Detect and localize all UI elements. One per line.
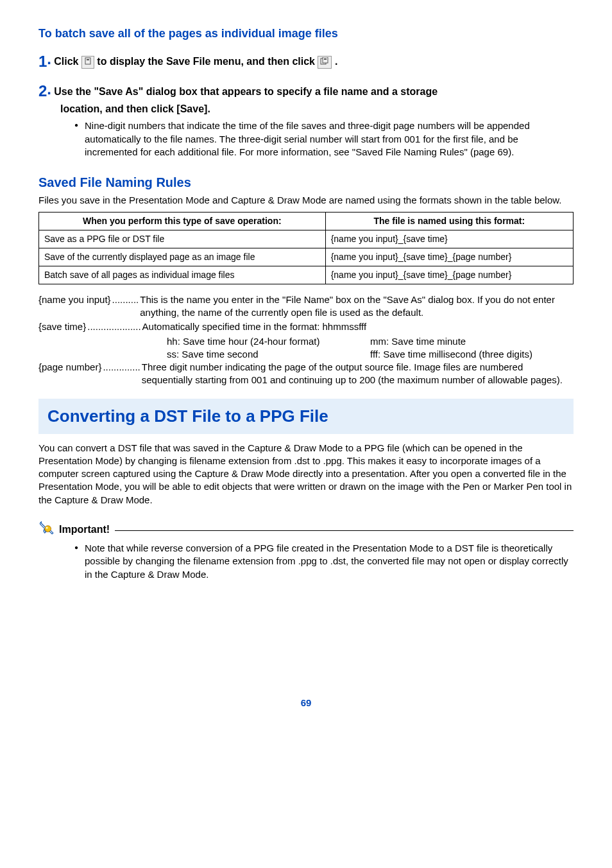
def-term: {save time} [38, 320, 86, 333]
table-cell-op: Save of the currently displayed page as … [39, 248, 326, 266]
def-body: This is the name you enter in the "File … [140, 293, 574, 320]
svg-rect-1 [87, 59, 89, 60]
important-rule-line [115, 530, 574, 531]
table-cell-fmt: {name you input}_{save time}_{page numbe… [325, 248, 573, 266]
def-name-you-input: {name you input} .......... This is the … [38, 293, 574, 320]
converting-heading: Converting a DST File to a PPG File [38, 399, 574, 434]
step-1: 1. Click to display the Save File menu, … [38, 49, 574, 72]
def-save-fff: fff: Save time millisecond (three digits… [370, 348, 574, 361]
def-save-hh: hh: Save time hour (24-hour format) [167, 335, 370, 348]
step-1-text-post: . [335, 56, 337, 67]
table-header-op: When you perform this type of save opera… [39, 213, 326, 230]
step-1-number: 1 [38, 51, 47, 72]
save-file-icon [81, 56, 94, 69]
def-save-mm: mm: Save time minute [370, 335, 574, 348]
batch-save-heading: To batch save all of the pages as indivi… [38, 26, 574, 41]
naming-rules-heading: Saved File Naming Rules [38, 174, 574, 191]
save-all-icon [318, 56, 332, 69]
def-body: Three digit number indicating the page o… [142, 361, 574, 387]
important-notes: Note that while reverse conversion of a … [74, 542, 574, 581]
def-dots: .......... [111, 293, 140, 320]
def-save-time-sub1: hh: Save time hour (24-hour format) mm: … [167, 335, 574, 348]
table-header-fmt: The file is named using this format: [325, 213, 573, 230]
table-row: Save as a PPG file or DST file {name you… [39, 230, 574, 248]
step-2-notes: Nine-digit numbers that indicate the tim… [74, 119, 574, 159]
page-number: 69 [38, 697, 574, 709]
table-row: Save of the currently displayed page as … [39, 248, 574, 266]
def-page-number: {page number} .............. Three digit… [38, 361, 574, 387]
svg-rect-3 [323, 57, 328, 63]
def-dots: .............. [101, 361, 141, 387]
step-1-text-pre: Click [54, 56, 81, 67]
def-body: Automatically specified time in the form… [142, 320, 574, 333]
step-2-bullet: Nine-digit numbers that indicate the tim… [74, 119, 574, 159]
table-cell-fmt: {name you input}_{save time} [325, 230, 573, 248]
def-save-time-sub2: ss: Save time second fff: Save time mill… [167, 348, 574, 361]
step-2-text-line1: Use the "Save As" dialog box that appear… [54, 86, 438, 97]
naming-definitions: {name you input} .......... This is the … [38, 293, 574, 387]
important-callout: Important! [38, 519, 574, 539]
step-2-number: 2 [38, 81, 47, 101]
pushpin-icon [38, 519, 55, 539]
svg-rect-4 [324, 58, 327, 60]
step-2-text-line2: location, and then click [Save]. [60, 102, 574, 116]
naming-rules-intro: Files you save in the Presentation Mode … [38, 194, 574, 207]
table-cell-op: Batch save of all pages as individual im… [39, 266, 326, 284]
def-dots: .................... [86, 320, 142, 333]
naming-rules-table: When you perform this type of save opera… [38, 212, 574, 284]
def-term: {page number} [38, 361, 101, 387]
table-cell-fmt: {name you input}_{save time}_{page numbe… [325, 266, 573, 284]
def-save-time: {save time} .................... Automat… [38, 320, 574, 333]
def-term: {name you input} [38, 293, 111, 320]
svg-point-6 [46, 526, 47, 528]
important-bullet: Note that while reverse conversion of a … [74, 542, 574, 581]
table-cell-op: Save as a PPG file or DST file [39, 230, 326, 248]
svg-point-5 [45, 526, 51, 532]
table-row: Batch save of all pages as individual im… [39, 266, 574, 284]
step-2: 2. Use the "Save As" dialog box that app… [38, 79, 574, 116]
step-1-text-mid: to display the Save File menu, and then … [97, 56, 318, 67]
def-save-ss: ss: Save time second [167, 348, 370, 361]
svg-rect-0 [85, 58, 90, 64]
important-label: Important! [59, 523, 115, 537]
converting-body: You can convert a DST file that was save… [38, 442, 574, 507]
